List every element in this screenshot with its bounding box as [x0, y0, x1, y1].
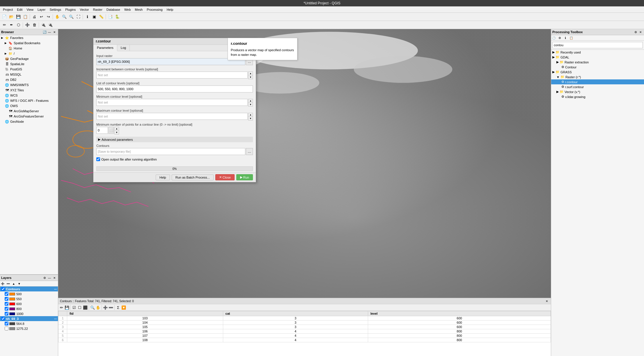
max-level-spin[interactable]: ▲ ▼: [248, 113, 253, 120]
layer-checkbox[interactable]: [5, 307, 8, 311]
zoom-selected-btn[interactable]: 🔍: [90, 305, 95, 310]
table-row[interactable]: 21043600: [58, 321, 551, 325]
contour-list-value[interactable]: 500, 550, 600, 800, 1000: [96, 86, 253, 92]
max-level-up[interactable]: ▲: [249, 113, 253, 117]
browser-item[interactable]: 🗺 ArcGisMapServer: [0, 108, 58, 114]
filter-btn[interactable]: 🔽: [121, 305, 126, 310]
layer-down-btn[interactable]: ▼: [17, 281, 22, 286]
zoom-out-btn[interactable]: 🔍: [68, 14, 74, 20]
attr-close-btn[interactable]: ✕: [544, 299, 549, 303]
output-browse-btn[interactable]: …: [246, 148, 253, 155]
input-raster-btn[interactable]: …: [246, 58, 253, 65]
remove-layer-btn[interactable]: ➖: [6, 281, 11, 286]
print-btn[interactable]: 🖨: [31, 14, 38, 20]
plugin2-btn[interactable]: 🔌: [47, 22, 54, 28]
dialog-close-btn[interactable]: [249, 39, 253, 43]
run-batch-btn[interactable]: Run as Batch Process...: [172, 175, 214, 180]
layer-item[interactable]: 1000: [0, 311, 58, 316]
increment-spin[interactable]: ▲ ▼: [248, 72, 253, 79]
increment-down[interactable]: ▼: [249, 75, 253, 79]
min-points-down[interactable]: ▼: [115, 131, 119, 134]
toolbox-item[interactable]: ⚙ r.surf.contour: [551, 84, 644, 89]
max-level-down[interactable]: ▼: [249, 117, 253, 120]
browser-item[interactable]: 🌐 GeoNode: [0, 119, 58, 124]
save-edits-btn[interactable]: 💾: [64, 305, 70, 310]
layer-item[interactable]: 500: [0, 291, 58, 296]
redo-btn[interactable]: ↪: [45, 14, 52, 20]
layer-group[interactable]: Contours —: [0, 286, 58, 291]
input-raster-value[interactable]: nh_69_3 [EPSG:3006]: [96, 58, 245, 65]
layer-up-btn[interactable]: ▲: [11, 281, 16, 286]
browser-item[interactable]: 🌐 OWS: [0, 103, 58, 108]
deselect-btn[interactable]: ☐: [77, 305, 82, 310]
toolbox-item[interactable]: ⚙ r.contour: [551, 79, 644, 84]
identify-btn[interactable]: ℹ: [84, 14, 91, 20]
browser-item[interactable]: ▶ 📁 /: [0, 51, 58, 56]
close-btn[interactable]: ✕ Close: [215, 174, 235, 180]
browser-item[interactable]: ▶ ⭐ Favorites: [0, 35, 58, 40]
layer-item[interactable]: 564.8: [0, 321, 58, 326]
browser-item[interactable]: 🗃 MSSQL: [0, 72, 58, 77]
add-feature-btn[interactable]: ➕: [24, 22, 31, 28]
toolbox-group[interactable]: ▶ 📁 GDAL: [551, 55, 644, 60]
layer-item[interactable]: 600: [0, 301, 58, 306]
min-points-up[interactable]: ▲: [115, 127, 119, 131]
select-btn[interactable]: ▣: [91, 14, 97, 20]
menu-item-view[interactable]: View: [25, 7, 35, 12]
toolbox-group[interactable]: ▶ 📁 Recently used: [551, 50, 644, 55]
min-points-spin[interactable]: ▲ ▼: [114, 127, 119, 134]
menu-item-project[interactable]: Project: [1, 7, 15, 12]
browser-item[interactable]: 🏠 Home: [0, 46, 58, 51]
layer-checkbox[interactable]: [1, 317, 5, 321]
toolbox-results-btn[interactable]: 📋: [569, 35, 574, 40]
map-canvas[interactable]: r.contour Parameters Log: [58, 29, 551, 298]
layers-collapse-btn[interactable]: —: [47, 275, 52, 280]
output-value[interactable]: [Save to temporary file]: [96, 148, 245, 155]
increment-up[interactable]: ▲: [249, 72, 253, 75]
tree-arrow-icon[interactable]: ▶: [1, 36, 5, 39]
save-project-btn[interactable]: 💾: [15, 14, 22, 20]
help-btn[interactable]: Help: [156, 175, 170, 180]
table-row[interactable]: 61084800: [58, 338, 551, 342]
advanced-params-header[interactable]: ▶ Advanced parameters: [96, 137, 253, 142]
undo-btn[interactable]: ↩: [38, 14, 45, 20]
browser-item[interactable]: 🐘 PostGIS: [0, 67, 58, 72]
layers-options-btn[interactable]: ⚙: [42, 275, 47, 280]
layers-close-btn[interactable]: ✕: [52, 275, 57, 280]
browser-item[interactable]: ▶ 🔖 Spatial Bookmarks: [0, 40, 58, 46]
browser-item[interactable]: 🌐 WCS: [0, 93, 58, 98]
min-level-down[interactable]: ▼: [249, 103, 253, 106]
delete-feature-btn[interactable]: 🗑: [31, 22, 38, 28]
toolbox-options-btn[interactable]: ⚙: [633, 30, 638, 34]
browser-refresh-btn[interactable]: 🔄: [42, 30, 47, 34]
col-level[interactable]: level: [368, 311, 551, 316]
plugin1-btn[interactable]: 🔌: [40, 22, 47, 28]
tree-arrow-icon[interactable]: ▶: [5, 52, 8, 55]
layer-checkbox[interactable]: [5, 322, 8, 325]
toolbox-group[interactable]: ▶ 📁 Raster extraction: [551, 60, 644, 65]
browser-item[interactable]: 🗃 DB2: [0, 77, 58, 82]
browser-item[interactable]: 🌐 WMS/WMTS: [0, 82, 58, 88]
dialog-maximize-btn[interactable]: [244, 39, 248, 43]
toolbox-history-btn[interactable]: 🕐: [551, 35, 556, 40]
toolbox-group[interactable]: ▶ 📁 GRASS: [551, 70, 644, 74]
layer-collapse-icon[interactable]: —: [54, 317, 57, 320]
toolbox-settings-btn[interactable]: ⚙: [557, 35, 562, 40]
tree-arrow-icon[interactable]: ▶: [5, 42, 8, 44]
invert-sel-btn[interactable]: ⬛: [83, 305, 88, 310]
rcontour-dialog[interactable]: r.contour Parameters Log: [93, 38, 256, 182]
layer-checkbox[interactable]: [5, 297, 8, 301]
min-level-up[interactable]: ▲: [249, 99, 253, 103]
digitize-btn[interactable]: ✒: [8, 22, 15, 28]
menu-item-raster[interactable]: Raster: [91, 7, 104, 12]
col-cat[interactable]: cat: [223, 311, 368, 316]
col-fid[interactable]: fid: [67, 311, 223, 316]
min-level-spin[interactable]: ▲ ▼: [248, 99, 253, 106]
edit-btn[interactable]: ✏: [1, 22, 8, 28]
toolbox-search-input[interactable]: [552, 42, 643, 48]
table-row[interactable]: 11033600: [58, 316, 551, 321]
dialog-minimize-btn[interactable]: [239, 39, 243, 43]
menu-item-mesh[interactable]: Mesh: [133, 7, 144, 12]
toolbox-item[interactable]: ⚙ Contour: [551, 65, 644, 70]
layer-item[interactable]: 1275.22: [0, 326, 58, 331]
